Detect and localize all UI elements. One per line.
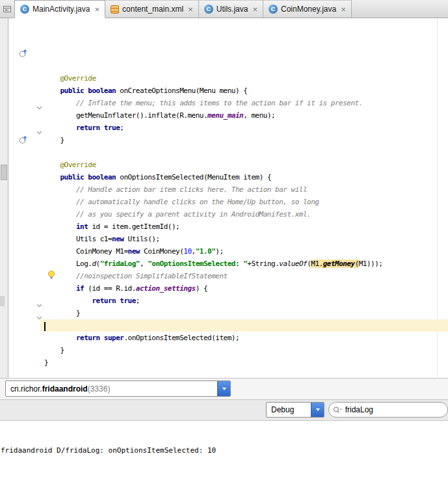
- java-class-icon: C: [20, 5, 29, 14]
- code-token: public boolean: [60, 87, 116, 95]
- close-tab-icon[interactable]: ×: [252, 5, 257, 14]
- code-token: }: [44, 358, 48, 367]
- code-token: return true: [92, 297, 135, 305]
- code-line[interactable]: int id = item.getItemId();: [40, 220, 448, 233]
- logcat-device-bar: cn.richor.fridaandroid (3336): [0, 378, 448, 399]
- close-tab-icon[interactable]: ×: [188, 5, 193, 14]
- close-tab-icon[interactable]: ×: [341, 5, 346, 14]
- tab-MainActivity.java[interactable]: CMainActivity.java×: [14, 0, 105, 18]
- code-line[interactable]: }: [40, 134, 448, 146]
- code-line[interactable]: return true;: [40, 295, 448, 307]
- code-line[interactable]: return super.onOptionsItemSelected(item)…: [40, 332, 448, 344]
- code-token: [44, 284, 76, 293]
- code-token: , menu);: [243, 111, 275, 120]
- log-level-value: Debug: [267, 403, 311, 417]
- code-line[interactable]: @Override: [40, 72, 448, 85]
- code-line[interactable]: getMenuInflater().inflate(R.menu.menu_ma…: [40, 109, 448, 122]
- code-token: return super: [76, 334, 124, 342]
- xml-file-icon: [111, 5, 119, 14]
- logcat-output[interactable]: fridaandroid D/fridaLog: onOptionsItemSe…: [0, 420, 448, 480]
- code-token: [44, 198, 76, 206]
- lightbulb-icon[interactable]: [47, 270, 55, 282]
- code-token: [44, 99, 76, 107]
- code-token: ;: [136, 297, 140, 305]
- code-line[interactable]: // Handle action bar item clicks here. T…: [40, 183, 448, 196]
- code-line[interactable]: }: [40, 307, 448, 319]
- process-name: fridaandroid: [42, 384, 88, 393]
- code-token: }: [44, 346, 64, 354]
- code-line[interactable]: public boolean onOptionsItemSelected(Men…: [40, 171, 448, 183]
- code-line[interactable]: public boolean onCreateOptionsMenu(Menu …: [40, 85, 448, 97]
- code-line[interactable]: [40, 319, 448, 332]
- code-line[interactable]: }: [40, 356, 448, 369]
- search-input[interactable]: [345, 405, 443, 414]
- code-token: [44, 185, 76, 194]
- override-icon[interactable]: [19, 49, 27, 60]
- dropdown-arrow-icon[interactable]: [311, 403, 324, 417]
- code-token: valueOf: [279, 260, 307, 268]
- code-token: }: [44, 309, 80, 317]
- code-token: [44, 87, 60, 95]
- code-token: // Inflate the menu; this adds items to …: [76, 99, 363, 107]
- code-token: int: [76, 222, 88, 231]
- ide-window: CMainActivity.java×content_main.xml×CUti…: [0, 0, 448, 480]
- process-selector-value: cn.richor.fridaandroid (3336): [6, 381, 217, 396]
- code-line[interactable]: return true;: [40, 122, 448, 134]
- close-tab-icon[interactable]: ×: [94, 5, 99, 14]
- code-token: // Handle action bar item clicks here. T…: [76, 185, 307, 194]
- tab-Utils.java[interactable]: CUtils.java×: [199, 0, 263, 18]
- code-line[interactable]: Utils c1=new Utils();: [40, 233, 448, 245]
- tab-CoinMoney.java[interactable]: CCoinMoney.java×: [263, 0, 352, 18]
- tab-label: MainActivity.java: [33, 5, 90, 14]
- search-icon[interactable]: [333, 406, 343, 414]
- code-token: +String.: [247, 260, 279, 268]
- code-token: ,: [140, 260, 148, 268]
- code-token: M1)));: [359, 260, 383, 268]
- code-line[interactable]: // automatically handle clicks on the Ho…: [40, 196, 448, 208]
- override-icon[interactable]: [19, 135, 27, 147]
- code-line[interactable]: [40, 146, 448, 159]
- code-token: Log.: [44, 260, 92, 268]
- code-token: "1.0": [196, 247, 216, 256]
- code-pane[interactable]: @Override public boolean onCreateOptions…: [40, 18, 448, 378]
- code-line[interactable]: CoinMoney M1=new CoinMoney(10,"1.0");: [40, 245, 448, 258]
- code-token: getMenuInflater().inflate(R.menu.: [44, 111, 207, 120]
- code-line[interactable]: Log.d("fridaLog", "onOptionsItemSelected…: [40, 258, 448, 270]
- code-line[interactable]: }: [40, 344, 448, 356]
- code-token: "onOptionsItemSelected: ": [148, 260, 247, 268]
- process-selector[interactable]: cn.richor.fridaandroid (3336): [5, 380, 231, 397]
- tool-stripe-button[interactable]: [1, 165, 7, 180]
- code-line[interactable]: // Inflate the menu; this adds items to …: [40, 97, 448, 109]
- code-token: onCreateOptionsMenu(Menu menu) {: [116, 87, 247, 95]
- process-prefix: cn.richor.: [10, 384, 42, 393]
- code-token: public boolean: [60, 173, 116, 181]
- fold-icon[interactable]: [36, 299, 42, 310]
- code-token: "fridaLog": [100, 260, 140, 268]
- log-level-selector[interactable]: Debug: [266, 402, 324, 418]
- code-line[interactable]: if (id == R.id.action_settings) {: [40, 282, 448, 295]
- code-line[interactable]: // as you specify a parent activity in A…: [40, 208, 448, 220]
- fold-icon[interactable]: [36, 101, 42, 113]
- editor-tabs-list-icon[interactable]: [0, 0, 14, 18]
- code-token: CoinMoney M1=: [44, 247, 128, 256]
- code-line[interactable]: @Override: [40, 159, 448, 171]
- tab-label: CoinMoney.java: [281, 5, 336, 14]
- text-caret: [44, 322, 46, 331]
- tool-stripe-button-small[interactable]: [0, 296, 5, 306]
- code-token: @Override: [44, 74, 96, 83]
- code-token: new: [112, 235, 124, 243]
- logcat-filter-bar: Debug: [0, 399, 448, 420]
- code-token: Utils c1=: [44, 235, 112, 243]
- fold-icon[interactable]: [36, 311, 42, 323]
- tab-content_main.xml[interactable]: content_main.xml×: [105, 0, 199, 18]
- editor-tabs: CMainActivity.java×content_main.xml×CUti…: [14, 0, 352, 18]
- code-line[interactable]: //noinspection SimplifiableIfStatement: [40, 270, 448, 282]
- code-token: ) {: [196, 284, 207, 293]
- editor-tab-bar: CMainActivity.java×content_main.xml×CUti…: [0, 0, 448, 18]
- code-token: //noinspection SimplifiableIfStatement: [76, 272, 228, 280]
- dropdown-arrow-icon[interactable]: [217, 381, 230, 396]
- code-token: M1.: [311, 260, 323, 268]
- fold-icon[interactable]: [36, 126, 42, 137]
- logcat-search-field[interactable]: [328, 402, 448, 418]
- code-editor[interactable]: @Override public boolean onCreateOptions…: [8, 18, 448, 378]
